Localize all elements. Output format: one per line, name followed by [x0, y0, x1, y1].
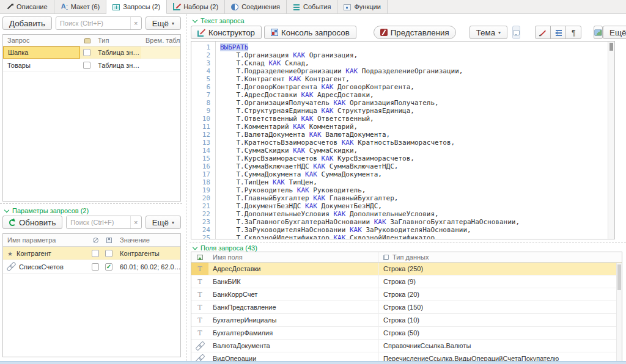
parameters-section-header[interactable]: Параметры запросов (2) [5, 207, 89, 214]
field-row[interactable]: ВалютаДокументаСправочникСсылка.Валюты [191, 340, 622, 352]
checkbox[interactable] [105, 250, 112, 257]
checkbox[interactable] [83, 62, 90, 69]
parameter-row[interactable]: КонтрагентКонтрагенты [3, 247, 180, 260]
field-alias: КурсВзаиморасчетов, [337, 155, 414, 162]
refresh-label: Обновить [19, 218, 56, 227]
column-header-picture[interactable] [191, 252, 208, 262]
tab-sets[interactable]: Наборы (2) [167, 0, 225, 13]
column-header-field-name[interactable]: Имя поля [208, 252, 378, 262]
parameter-row[interactable]: СписокСчетов60.01; 60.02; 62.0… [3, 260, 180, 274]
column-header-query[interactable]: Запрос [3, 35, 80, 46]
field-expression: Т.СуммаВключаетНДС [220, 162, 309, 170]
fields-section-header[interactable]: Поля запроса (43) [193, 244, 257, 252]
add-button[interactable]: Добавить [2, 16, 52, 30]
field-alias: Руководитель, [313, 186, 366, 194]
field-row[interactable]: ТБанкПредставлениеСтрока (150) [191, 301, 622, 314]
field-row[interactable]: ТБанкКоррСчетСтрока (20) [191, 288, 622, 301]
scrollbar-thumb[interactable] [617, 264, 621, 290]
vertical-splitter[interactable] [186, 14, 186, 361]
field-row[interactable]: ВидОперацииПеречислениеСсылка.ВидыОперац… [191, 352, 622, 361]
theme-label: Тема [476, 28, 495, 37]
column-header-temp-icon[interactable] [80, 35, 94, 46]
grouping-button[interactable] [550, 26, 566, 39]
show-whitespace-button[interactable] [565, 26, 581, 39]
tab-label: Наборы (2) [183, 3, 218, 10]
horizontal-splitter[interactable] [190, 242, 626, 242]
query-text-toolbar: Конструктор Консоль запросов Представлен… [191, 24, 624, 40]
field-row[interactable]: ТБухгалтерИнициалыСтрока (10) [191, 314, 622, 327]
line-number: 2 [191, 51, 215, 59]
fields-scrollbar[interactable] [616, 263, 622, 361]
query-name-cell: Товары [3, 59, 80, 71]
sql-keyword: КАК [289, 51, 309, 59]
tab-queries[interactable]: Запросы (2) [106, 0, 167, 14]
column-header-value[interactable]: Значение [116, 234, 180, 246]
field-row[interactable]: ТБухгалтерФамилияСтрока (50) [191, 327, 622, 340]
checkbox[interactable] [83, 49, 90, 56]
field-expression: Т.ДополнительныеУсловия [220, 210, 330, 218]
checkbox[interactable] [105, 263, 112, 271]
field-type-cell: Строка (9) [378, 275, 622, 288]
column-header-type[interactable]: Тип [94, 35, 141, 46]
query-row[interactable]: ШапкаТаблица зн… [3, 46, 180, 59]
query-type-cell: Таблица зн… [94, 59, 141, 71]
sql-code-editor[interactable]: 1234567891011121314151617181920212223242… [191, 41, 615, 239]
tab-layout[interactable]: Макет (6) [54, 0, 107, 13]
query-console-button[interactable]: Консоль запросов [264, 26, 356, 39]
field-name-cell: АдресДоставки [208, 263, 378, 275]
field-expression: Т.АдресДоставки [220, 91, 297, 99]
tab-events[interactable]: События [287, 0, 337, 13]
comment-button[interactable] [512, 26, 520, 39]
editor-scrollbar[interactable] [608, 42, 614, 239]
console-icon [271, 29, 278, 36]
column-header-save[interactable] [102, 234, 116, 246]
column-header-data-type[interactable]: Тип данных [378, 252, 622, 262]
field-alias: Ответственный, [317, 115, 374, 123]
field-alias: ТипЦен, [289, 178, 317, 186]
split-view-button[interactable] [594, 26, 603, 39]
representations-label: Представления [391, 28, 449, 37]
column-header-temp-tables[interactable]: Врем. табл… [141, 35, 180, 46]
parameters-search-input[interactable] [67, 216, 130, 228]
syntax-highlight-button[interactable] [535, 26, 551, 39]
field-type-cell: Строка (50) [378, 327, 622, 339]
tab-functions[interactable]: Функции [337, 0, 387, 13]
field-expression: Т.ГлавныйБухгалтер [220, 194, 309, 202]
column-header-use[interactable] [89, 234, 102, 246]
more-label: Ещё [609, 28, 626, 37]
code-area: ВЫБРАТЬ Т.Организация КАК Организация, Т… [216, 42, 607, 239]
field-name-cell: БухгалтерИнициалы [208, 314, 378, 326]
tab-description[interactable]: Описание [0, 0, 54, 13]
field-row[interactable]: ТАдресДоставкиСтрока (250) [191, 263, 622, 275]
clear-search-icon[interactable]: × [130, 17, 141, 29]
editor-more-button[interactable]: Ещё▾ [603, 26, 626, 39]
sql-keyword: КАК [268, 178, 289, 186]
checkbox[interactable] [92, 250, 99, 257]
field-expression: Т.ЗаРуководителяНаОсновании [220, 226, 345, 234]
constructor-button[interactable]: Конструктор [191, 26, 262, 39]
lines-icon [293, 3, 300, 10]
query-editor-window: ОписаниеМакет (6)Запросы (2)Наборы (2)Со… [0, 0, 626, 364]
code-line: Т.ПодразделениеОрганизации КАК Подраздел… [220, 67, 607, 75]
representations-button[interactable]: Представления [374, 26, 456, 39]
line-number: 9 [191, 107, 215, 115]
query-row[interactable]: ТоварыТаблица зн… [3, 59, 180, 72]
code-line: Т.ТипЦен КАК ТипЦен, [220, 178, 607, 186]
window-bottom-edge [0, 361, 626, 364]
theme-button[interactable]: Тема▾ [470, 26, 507, 39]
horizontal-splitter[interactable] [0, 203, 182, 204]
field-alias: ОрганизацияПолучатель, [350, 99, 439, 107]
column-header-parameter-name[interactable]: Имя параметра [3, 234, 89, 246]
field-row[interactable]: ТБанкБИКСтрока (9) [191, 275, 622, 288]
scrollbar-thumb[interactable] [609, 43, 613, 51]
query-text-section-header[interactable]: Текст запроса [193, 17, 245, 24]
queries-search-input[interactable] [56, 17, 130, 29]
parameters-search: × [66, 216, 141, 229]
queries-more-button[interactable]: Ещё▾ [145, 16, 181, 30]
clear-search-icon[interactable]: × [130, 216, 141, 228]
field-name-cell: БанкБИК [208, 275, 378, 288]
tab-connections[interactable]: Соединения [225, 0, 287, 13]
refresh-button[interactable]: Обновить [2, 216, 62, 229]
parameters-more-button[interactable]: Ещё▾ [145, 216, 181, 229]
checkbox[interactable] [92, 263, 99, 271]
